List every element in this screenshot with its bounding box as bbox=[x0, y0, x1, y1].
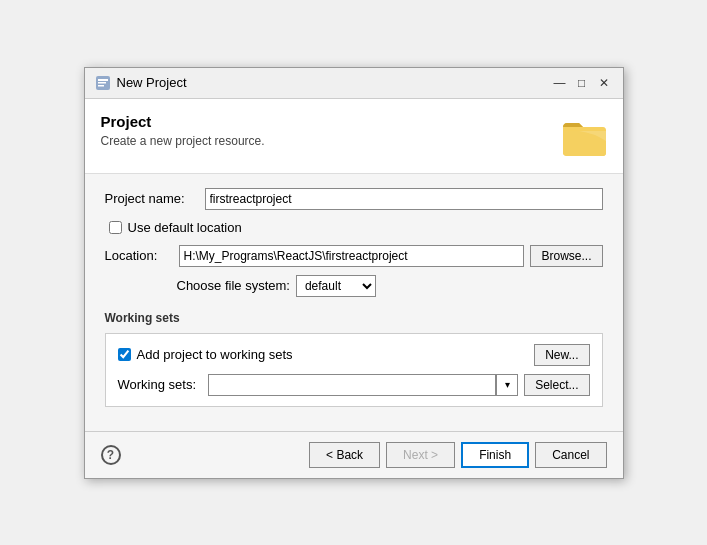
back-button[interactable]: < Back bbox=[309, 442, 380, 468]
header-section: Project Create a new project resource. bbox=[85, 99, 623, 174]
working-sets-row: Working sets: ▾ Select... bbox=[118, 374, 590, 396]
project-name-input[interactable] bbox=[205, 188, 603, 210]
working-sets-header: Working sets bbox=[105, 311, 603, 325]
title-bar: New Project — □ ✕ bbox=[85, 68, 623, 99]
working-sets-section: Add project to working sets New... Worki… bbox=[105, 333, 603, 407]
next-button[interactable]: Next > bbox=[386, 442, 455, 468]
close-button[interactable]: ✕ bbox=[595, 74, 613, 92]
working-sets-label: Working sets: bbox=[118, 377, 208, 392]
title-controls: — □ ✕ bbox=[551, 74, 613, 92]
new-project-dialog: New Project — □ ✕ Project Create a new p… bbox=[84, 67, 624, 479]
browse-button[interactable]: Browse... bbox=[530, 245, 602, 267]
maximize-button[interactable]: □ bbox=[573, 74, 591, 92]
title-bar-left: New Project bbox=[95, 75, 187, 91]
new-working-set-button[interactable]: New... bbox=[534, 344, 589, 366]
dialog-title-icon bbox=[95, 75, 111, 91]
svg-rect-3 bbox=[98, 85, 104, 87]
add-to-working-sets-label: Add project to working sets bbox=[137, 347, 293, 362]
working-sets-input[interactable] bbox=[208, 374, 497, 396]
finish-button[interactable]: Finish bbox=[461, 442, 529, 468]
svg-rect-2 bbox=[98, 82, 106, 84]
ws-left: Add project to working sets bbox=[118, 347, 293, 362]
filesystem-label: Choose file system: bbox=[177, 278, 290, 293]
header-text: Project Create a new project resource. bbox=[101, 113, 265, 148]
project-name-label: Project name: bbox=[105, 191, 205, 206]
svg-rect-1 bbox=[98, 79, 108, 81]
header-subtext: Create a new project resource. bbox=[101, 134, 265, 148]
use-default-location-checkbox[interactable] bbox=[109, 221, 122, 234]
location-input[interactable] bbox=[179, 245, 525, 267]
header-heading: Project bbox=[101, 113, 265, 130]
ws-sets-input-row: Working sets: ▾ bbox=[118, 374, 519, 396]
cancel-button[interactable]: Cancel bbox=[535, 442, 606, 468]
use-default-location-row: Use default location bbox=[105, 220, 603, 235]
add-to-working-sets-checkbox[interactable] bbox=[118, 348, 131, 361]
select-working-set-button[interactable]: Select... bbox=[524, 374, 589, 396]
folder-icon bbox=[559, 113, 607, 161]
footer: ? < Back Next > Finish Cancel bbox=[85, 431, 623, 478]
location-row: Location: Browse... bbox=[105, 245, 603, 267]
minimize-button[interactable]: — bbox=[551, 74, 569, 92]
location-label: Location: bbox=[105, 248, 173, 263]
help-button[interactable]: ? bbox=[101, 445, 121, 465]
use-default-location-label: Use default location bbox=[128, 220, 242, 235]
project-name-row: Project name: bbox=[105, 188, 603, 210]
form-section: Project name: Use default location Locat… bbox=[85, 174, 623, 431]
footer-left: ? bbox=[101, 445, 121, 465]
filesystem-select[interactable]: default bbox=[296, 275, 376, 297]
working-sets-dropdown[interactable]: ▾ bbox=[496, 374, 518, 396]
filesystem-row: Choose file system: default bbox=[105, 275, 603, 297]
dialog-title: New Project bbox=[117, 75, 187, 90]
add-to-working-sets-row: Add project to working sets New... bbox=[118, 344, 590, 366]
footer-buttons: < Back Next > Finish Cancel bbox=[309, 442, 606, 468]
